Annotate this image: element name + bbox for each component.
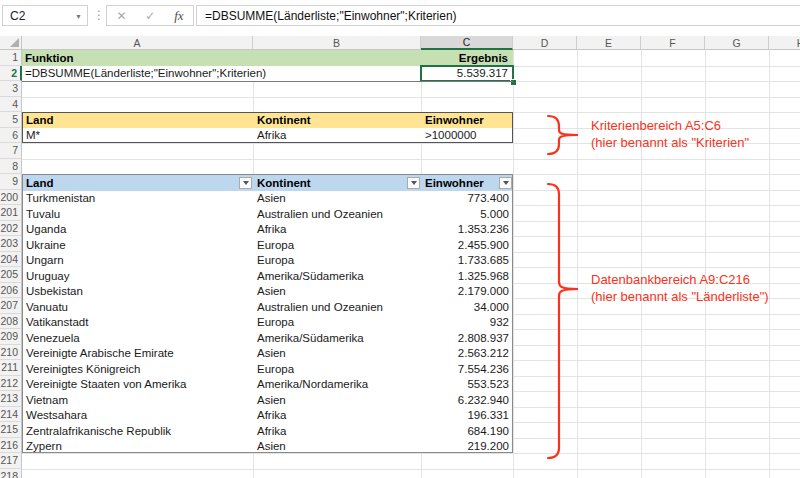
cell-c5[interactable]: Einwohner <box>422 113 514 128</box>
cell-einwohner[interactable]: 2.455.900 <box>422 237 514 253</box>
cell-einwohner[interactable]: 5.000 <box>422 206 514 222</box>
cell-kontinent[interactable]: Amerika/Südamerika <box>254 268 422 284</box>
cell-kontinent[interactable]: Europa <box>254 315 422 331</box>
row-header-205[interactable]: 205 <box>0 267 22 283</box>
name-box[interactable]: C2 ▼ <box>2 5 88 26</box>
cell-land[interactable]: Vietnam <box>23 392 254 408</box>
cell-a9[interactable]: Land <box>23 175 254 191</box>
chevron-down-icon[interactable]: ▼ <box>75 13 82 20</box>
cell-b6[interactable]: Afrika <box>254 128 422 143</box>
cell-land[interactable]: Ukraine <box>23 237 254 253</box>
row-header-215[interactable]: 215 <box>0 422 22 438</box>
row-header-213[interactable]: 213 <box>0 391 22 407</box>
select-all-button[interactable] <box>0 36 22 50</box>
row-header-202[interactable]: 202 <box>0 221 22 237</box>
cell-a1[interactable]: Funktion <box>22 50 253 66</box>
column-header-D[interactable]: D <box>513 36 577 50</box>
cell-einwohner[interactable]: 1.733.685 <box>422 253 514 269</box>
cancel-icon[interactable]: ✕ <box>116 9 126 23</box>
cell-einwohner[interactable]: 684.190 <box>422 423 514 439</box>
cell-land[interactable]: Ungarn <box>23 253 254 269</box>
cell-einwohner[interactable]: 773.400 <box>422 191 514 207</box>
insert-function-icon[interactable]: fx <box>174 8 183 24</box>
cell-land[interactable]: Westsahara <box>23 408 254 424</box>
formula-input[interactable]: =DBSUMME(Länderliste;"Einwohner";Kriteri… <box>196 5 800 26</box>
cell-land[interactable]: Turkmenistan <box>23 191 254 207</box>
cell-einwohner[interactable]: 7.554.236 <box>422 361 514 377</box>
row-header-214[interactable]: 214 <box>0 407 22 423</box>
row-header-206[interactable]: 206 <box>0 283 22 299</box>
cell-kontinent[interactable]: Australien und Ozeanien <box>254 299 422 315</box>
cell-kontinent[interactable]: Amerika/Nordamerika <box>254 377 422 393</box>
row-header-209[interactable]: 209 <box>0 329 22 345</box>
cell-kontinent[interactable]: Afrika <box>254 408 422 424</box>
filter-button-einwohner[interactable] <box>499 177 512 189</box>
cell-b9[interactable]: Kontinent <box>254 175 422 191</box>
row-header-218[interactable]: 218 <box>0 469 22 478</box>
cell-land[interactable]: Vereinigtes Königreich <box>23 361 254 377</box>
column-header-E[interactable]: E <box>577 36 641 50</box>
cell-kontinent[interactable]: Asien <box>254 392 422 408</box>
cell-land[interactable]: Venezuela <box>23 330 254 346</box>
cell-b5[interactable]: Kontinent <box>254 113 422 128</box>
cell-kontinent[interactable]: Asien <box>254 439 422 455</box>
cell-land[interactable]: Vatikanstadt <box>23 315 254 331</box>
cell-einwohner[interactable]: 2.179.000 <box>422 284 514 300</box>
cell-land[interactable]: Vanuatu <box>23 299 254 315</box>
cell-kontinent[interactable]: Asien <box>254 346 422 362</box>
column-header-H[interactable]: H <box>769 36 800 50</box>
cell-einwohner[interactable]: 219.200 <box>422 439 514 455</box>
row-header-1[interactable]: 1 <box>0 50 22 66</box>
cell-kontinent[interactable]: Amerika/Südamerika <box>254 330 422 346</box>
row-header-211[interactable]: 211 <box>0 360 22 376</box>
row-header-216[interactable]: 216 <box>0 438 22 454</box>
row-header-204[interactable]: 204 <box>0 252 22 268</box>
enter-icon[interactable]: ✓ <box>145 9 155 23</box>
row-header-9[interactable]: 9 <box>0 174 22 190</box>
cell-einwohner[interactable]: 1.325.968 <box>422 268 514 284</box>
cell-c1[interactable]: Ergebnis <box>421 50 513 66</box>
cell-land[interactable]: Zentralafrikanische Republik <box>23 423 254 439</box>
column-header-A[interactable]: A <box>22 36 253 50</box>
row-header-208[interactable]: 208 <box>0 314 22 330</box>
cell-land[interactable]: Vereinigte Arabische Emirate <box>23 346 254 362</box>
cell-kontinent[interactable]: Afrika <box>254 222 422 238</box>
cell-land[interactable]: Uruguay <box>23 268 254 284</box>
cell-einwohner[interactable]: 1.353.236 <box>422 222 514 238</box>
cell-einwohner[interactable]: 196.331 <box>422 408 514 424</box>
cell-a6[interactable]: M* <box>23 128 254 143</box>
row-header-5[interactable]: 5 <box>0 112 22 128</box>
cell-land[interactable]: Usbekistan <box>23 284 254 300</box>
row-header-210[interactable]: 210 <box>0 345 22 361</box>
cell-a2-formula[interactable]: =DBSUMME(Länderliste;"Einwohner";Kriteri… <box>22 66 402 82</box>
row-header-6[interactable]: 6 <box>0 128 22 144</box>
row-header-212[interactable]: 212 <box>0 376 22 392</box>
row-header-207[interactable]: 207 <box>0 298 22 314</box>
row-header-3[interactable]: 3 <box>0 81 22 97</box>
cell-c6[interactable]: >1000000 <box>422 128 514 143</box>
cell-a5[interactable]: Land <box>23 113 254 128</box>
column-header-C[interactable]: C <box>421 36 513 50</box>
cell-kontinent[interactable]: Asien <box>254 284 422 300</box>
row-header-201[interactable]: 201 <box>0 205 22 221</box>
row-header-4[interactable]: 4 <box>0 97 22 113</box>
cell-land[interactable]: Vereinigte Staaten von Amerika <box>23 377 254 393</box>
row-header-8[interactable]: 8 <box>0 159 22 175</box>
row-header-2[interactable]: 2 <box>0 66 22 82</box>
column-header-B[interactable]: B <box>253 36 421 50</box>
cell-einwohner[interactable]: 34.000 <box>422 299 514 315</box>
row-header-217[interactable]: 217 <box>0 453 22 469</box>
row-header-200[interactable]: 200 <box>0 190 22 206</box>
filter-button-land[interactable] <box>239 177 252 189</box>
cell-einwohner[interactable]: 553.523 <box>422 377 514 393</box>
cell-einwohner[interactable]: 932 <box>422 315 514 331</box>
cell-kontinent[interactable]: Afrika <box>254 423 422 439</box>
cell-land[interactable]: Uganda <box>23 222 254 238</box>
filter-button-kontinent[interactable] <box>407 177 420 189</box>
cell-einwohner[interactable]: 6.232.940 <box>422 392 514 408</box>
cell-kontinent[interactable]: Australien und Ozeanien <box>254 206 422 222</box>
cell-land[interactable]: Tuvalu <box>23 206 254 222</box>
cell-kontinent[interactable]: Europa <box>254 361 422 377</box>
cell-kontinent[interactable]: Europa <box>254 237 422 253</box>
cell-land[interactable]: Zypern <box>23 439 254 455</box>
